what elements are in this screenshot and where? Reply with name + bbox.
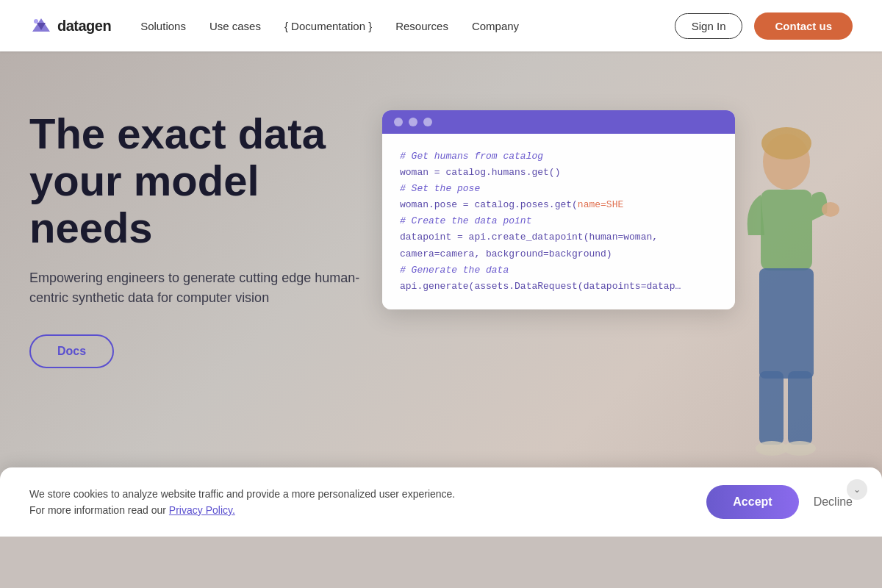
decline-button[interactable]: Decline — [814, 495, 853, 509]
code-line-4: woman.pose = catalog.poses.get(name=SHE — [400, 197, 717, 213]
code-line-3: # Set the pose — [400, 181, 717, 197]
nav-solutions[interactable]: Solutions — [140, 20, 186, 32]
code-titlebar — [382, 110, 735, 134]
cookie-banner: ⌄ We store cookies to analyze website tr… — [0, 467, 882, 537]
nav-links: Solutions Use cases { Documentation } Re… — [140, 20, 675, 32]
svg-point-8 — [756, 441, 788, 456]
cookie-actions: Accept Decline — [706, 485, 853, 519]
code-line-8: # Generate the data — [400, 262, 717, 279]
privacy-policy-link[interactable]: Privacy Policy. — [169, 504, 235, 516]
hero-title: The exact data your model needs — [29, 110, 382, 251]
nav-documentation[interactable]: { Documentation } — [284, 20, 372, 32]
code-window: # Get humans from catalog woman = catalo… — [382, 110, 735, 309]
svg-point-2 — [761, 127, 811, 159]
code-line-2: woman = catalog.humans.get() — [400, 165, 717, 181]
logo-text: datagen — [57, 18, 111, 35]
dot-red — [394, 118, 403, 126]
hero-left: The exact data your model needs Empoweri… — [29, 110, 382, 368]
code-line-1: # Get humans from catalog — [400, 148, 717, 165]
collapse-icon[interactable]: ⌄ — [847, 479, 867, 500]
sign-in-button[interactable]: Sign In — [675, 13, 743, 39]
code-line-6: datapoint = api.create_datapoint(human=w… — [400, 229, 717, 245]
navbar: datagen Solutions Use cases { Documentat… — [0, 0, 882, 51]
nav-resources[interactable]: Resources — [395, 20, 448, 32]
contact-button[interactable]: Contact us — [754, 12, 853, 40]
logo-icon — [29, 15, 53, 36]
hero-subtitle: Empowering engineers to generate cutting… — [29, 268, 382, 308]
code-line-9: api.generate(assets.DataRequest(datapoin… — [400, 279, 717, 295]
nav-actions: Sign In Contact us — [675, 12, 853, 40]
svg-point-9 — [784, 441, 816, 456]
dot-yellow — [409, 118, 417, 126]
code-line-5: # Create the data point — [400, 213, 717, 229]
hero-section: The exact data your model needs Empoweri… — [0, 51, 882, 537]
cookie-text: We store cookies to analyze website traf… — [29, 486, 677, 519]
logo[interactable]: datagen — [29, 15, 111, 36]
code-line-7: camera=camera, background=background) — [400, 246, 717, 262]
human-figure — [720, 125, 853, 478]
svg-rect-6 — [759, 371, 784, 445]
svg-rect-3 — [761, 190, 812, 270]
svg-point-0 — [34, 19, 38, 24]
docs-button[interactable]: Docs — [29, 334, 114, 368]
dot-green — [423, 118, 432, 126]
code-body: # Get humans from catalog woman = catalo… — [382, 134, 735, 309]
nav-use-cases[interactable]: Use cases — [209, 20, 261, 32]
svg-point-4 — [822, 202, 839, 217]
svg-rect-7 — [788, 371, 812, 445]
accept-button[interactable]: Accept — [706, 485, 798, 519]
human-svg — [720, 125, 853, 478]
svg-rect-5 — [759, 268, 814, 379]
nav-company[interactable]: Company — [472, 20, 519, 32]
